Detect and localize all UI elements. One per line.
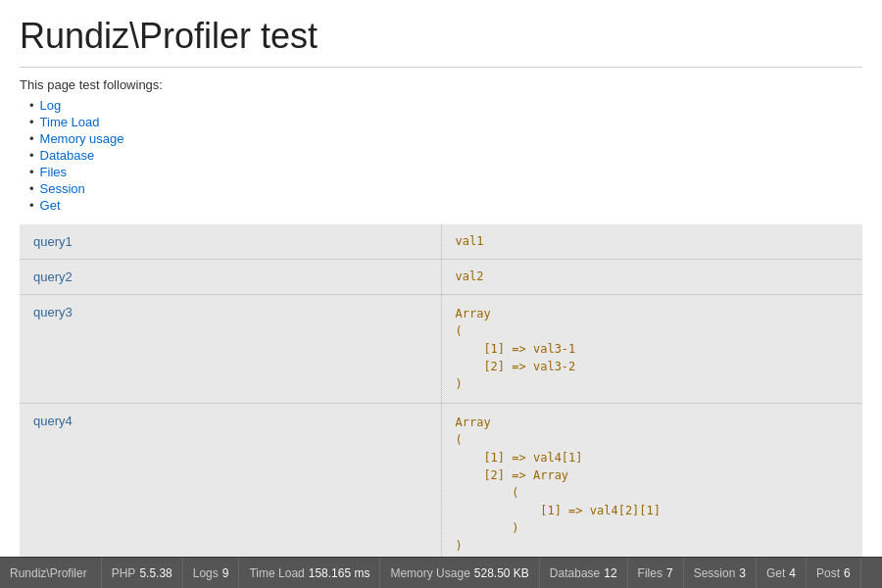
toolbar-value-logs: 9 (222, 566, 229, 580)
data-table: query1val1query2val2query3Array ( [1] =>… (20, 224, 862, 557)
row-key: query4 (20, 404, 441, 558)
main-content: Rundiz\Profiler test This page test foll… (0, 0, 882, 557)
toolbar-item-timeload[interactable]: Time Load 158.165 ms (239, 558, 380, 588)
toolbar-label-php: PHP (112, 566, 136, 580)
table-row: query1val1 (20, 224, 862, 260)
toolbar-value-files: 7 (666, 566, 673, 580)
toolbar-item-post[interactable]: Post 6 (807, 558, 861, 588)
toolbar-value-get: 4 (789, 566, 796, 580)
toolbar-label-memory: Memory Usage (390, 566, 469, 580)
toolbar-label-timeload: Time Load (249, 566, 304, 580)
feature-item: Session (29, 181, 862, 196)
feature-item: Database (29, 148, 862, 163)
toolbar-value-database: 12 (604, 566, 616, 580)
feature-list: LogTime LoadMemory usageDatabaseFilesSes… (29, 98, 862, 213)
toolbar-label-database: Database (550, 566, 600, 580)
toolbar-value-php: 5.5.38 (139, 566, 172, 580)
toolbar: Rundiz\ProfilerPHP 5.5.38Logs 9Time Load… (0, 557, 882, 588)
intro-text: This page test followings: (20, 77, 862, 92)
toolbar-value-timeload: 158.165 ms (309, 566, 370, 580)
toolbar-value-post: 6 (844, 566, 851, 580)
toolbar-item-logs[interactable]: Logs 9 (183, 558, 240, 588)
row-key: query2 (20, 260, 441, 295)
page-title: Rundiz\Profiler test (20, 16, 862, 68)
toolbar-label-get: Get (766, 566, 785, 580)
toolbar-label-logs: Logs (193, 566, 219, 580)
toolbar-item-session[interactable]: Session 3 (684, 558, 757, 588)
toolbar-item-memory[interactable]: Memory Usage 528.50 KB (380, 558, 539, 588)
row-value: val1 (441, 224, 862, 260)
row-value: Array ( [1] => val3-1 [2] => val3-2 ) (441, 295, 862, 404)
row-key: query1 (20, 224, 441, 260)
toolbar-label-profiler: Rundiz\Profiler (10, 566, 87, 580)
toolbar-item-files[interactable]: Files 7 (628, 558, 684, 588)
feature-item: Memory usage (29, 131, 862, 146)
toolbar-item-get[interactable]: Get 4 (757, 558, 807, 588)
feature-item: Get (29, 198, 862, 213)
toolbar-label-post: Post (816, 566, 840, 580)
feature-item: Log (29, 98, 862, 113)
table-row: query3Array ( [1] => val3-1 [2] => val3-… (20, 295, 862, 404)
toolbar-item-database[interactable]: Database 12 (540, 558, 628, 588)
toolbar-label-session: Session (694, 566, 736, 580)
toolbar-value-memory: 528.50 KB (474, 566, 529, 580)
toolbar-item-php[interactable]: PHP 5.5.38 (102, 558, 183, 588)
toolbar-item-profiler[interactable]: Rundiz\Profiler (0, 558, 102, 588)
table-row: query2val2 (20, 260, 862, 295)
feature-item: Time Load (29, 115, 862, 129)
table-row: query4Array ( [1] => val4[1] [2] => Arra… (20, 404, 862, 558)
row-value: val2 (441, 260, 862, 295)
row-key: query3 (20, 295, 441, 404)
feature-item: Files (29, 165, 862, 179)
row-value: Array ( [1] => val4[1] [2] => Array ( [1… (441, 404, 862, 558)
toolbar-label-files: Files (638, 566, 662, 580)
toolbar-value-session: 3 (739, 566, 746, 580)
